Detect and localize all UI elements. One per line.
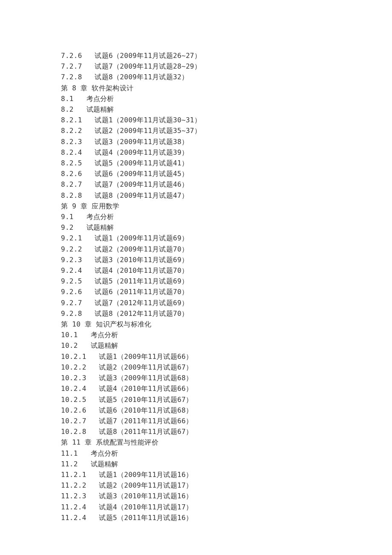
toc-line: 8.2.1 试题1（2009年11月试题30~31） (61, 115, 392, 125)
toc-line: 7.2.8 试题8（2009年11月试题32） (61, 72, 392, 82)
toc-line: 7.2.6 试题6（2009年11月试题26~27） (61, 50, 392, 61)
toc-line: 第 10 章 知识产权与标准化 (61, 319, 392, 330)
toc-line: 8.2 试题精解 (61, 104, 392, 115)
toc-line: 9.2.7 试题7（2012年11月试题69） (61, 298, 392, 308)
toc-line: 9.2.5 试题5（2011年11月试题69） (61, 276, 392, 286)
toc-line: 10.2.7 试题7（2011年11月试题66） (61, 416, 392, 426)
toc-line: 9.1 考点分析 (61, 211, 392, 222)
toc-line: 9.2 试题精解 (61, 222, 392, 233)
toc-line: 10.2.3 试题3（2009年11月试题68） (61, 373, 392, 383)
toc-line: 10.2.8 试题8（2011年11月试题67） (61, 426, 392, 437)
toc-line: 8.2.2 试题2（2009年11月试题35~37） (61, 125, 392, 136)
toc-line: 9.2.1 试题1（2009年11月试题69） (61, 233, 392, 243)
toc-line: 11.2.1 试题1（2009年11月试题16） (61, 469, 392, 480)
toc-line: 10.2.1 试题1（2009年11月试题66） (61, 351, 392, 362)
toc-line: 第 8 章 软件架构设计 (61, 83, 392, 93)
toc-line: 10.2.2 试题2（2009年11月试题67） (61, 362, 392, 373)
toc-line: 9.2.4 试题4（2010年11月试题70） (61, 265, 392, 276)
toc-line: 8.2.8 试题8（2009年11月试题47） (61, 190, 392, 201)
toc-line: 10.1 考点分析 (61, 330, 392, 340)
toc-line: 8.2.6 试题6（2009年11月试题45） (61, 168, 392, 179)
toc-line: 11.2.3 试题3（2010年11月试题16） (61, 491, 392, 501)
toc-line: 8.2.4 试题4（2009年11月试题39） (61, 147, 392, 158)
toc-line: 第 11 章 系统配置与性能评价 (61, 437, 392, 448)
toc-line: 10.2.4 试题4（2010年11月试题66） (61, 383, 392, 394)
toc-line: 9.2.2 试题2（2009年11月试题70） (61, 244, 392, 254)
toc-list: 7.2.6 试题6（2009年11月试题26~27）7.2.7 试题7（2009… (61, 50, 392, 523)
toc-line: 9.2.8 试题8（2012年11月试题70） (61, 308, 392, 319)
toc-line: 11.1 考点分析 (61, 448, 392, 459)
toc-line: 10.2 试题精解 (61, 340, 392, 351)
toc-line: 8.2.5 试题5（2009年11月试题41） (61, 158, 392, 168)
toc-line: 11.2 试题精解 (61, 459, 392, 469)
toc-line: 8.1 考点分析 (61, 93, 392, 104)
toc-line: 11.2.4 试题5（2011年11月试题16） (61, 512, 392, 523)
toc-line: 8.2.7 试题7（2009年11月试题46） (61, 179, 392, 190)
toc-line: 10.2.5 试题5（2010年11月试题67） (61, 394, 392, 405)
toc-line: 7.2.7 试题7（2009年11月试题28~29） (61, 61, 392, 72)
toc-line: 10.2.6 试题6（2010年11月试题68） (61, 405, 392, 416)
toc-line: 9.2.6 试题6（2011年11月试题70） (61, 286, 392, 297)
toc-line: 9.2.3 试题3（2010年11月试题69） (61, 254, 392, 265)
toc-line: 第 9 章 应用数学 (61, 201, 392, 211)
toc-line: 11.2.2 试题2（2009年11月试题17） (61, 480, 392, 491)
toc-line: 11.2.4 试题4（2010年11月试题17） (61, 502, 392, 512)
toc-line: 8.2.3 试题3（2009年11月试题38） (61, 136, 392, 147)
